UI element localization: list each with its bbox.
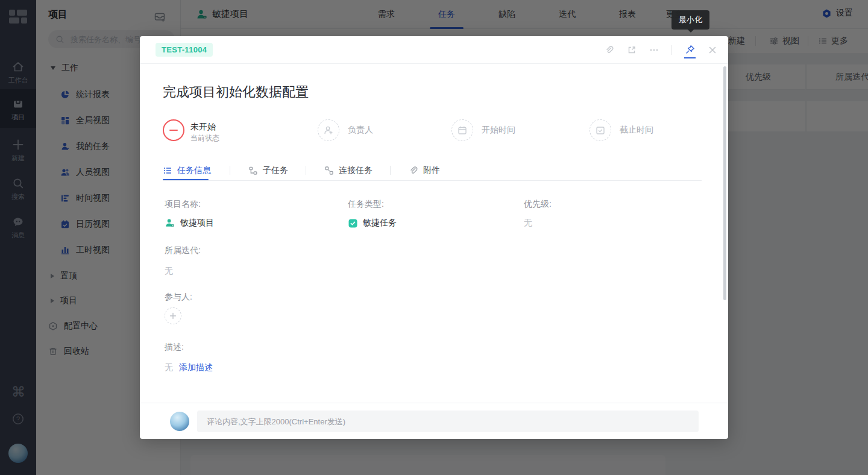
status-button[interactable] [163,119,184,141]
tab-label: 连接任务 [339,165,373,176]
tab-attachments[interactable]: 附件 [409,162,440,180]
field-label-type: 任务类型: [348,199,384,210]
task-info-icon [163,166,172,175]
task-detail-modal: TEST-11004 [140,36,728,439]
minimize-tooltip: 最小化 [671,10,709,30]
add-description-link[interactable]: 添加描述 [179,362,213,373]
description-empty-text: 无 [165,362,173,373]
tab-subtasks[interactable]: 子任务 [248,162,288,180]
paperclip-icon [605,45,614,55]
assignee-label: 负责人 [348,125,373,136]
tab-linked-tasks[interactable]: 连接任务 [324,162,373,180]
tab-label: 子任务 [263,165,288,176]
modal-active-tab-underline [163,179,209,180]
agile-task-icon [348,218,358,228]
status-minus-icon [169,130,178,131]
calendar-check-icon [595,125,606,136]
field-value-priority[interactable]: 无 [524,218,532,228]
tab-divider [390,166,391,175]
status-name: 未开始 [190,122,216,133]
copy-link-button[interactable] [605,45,614,55]
comment-input[interactable] [197,411,699,432]
modal-header: TEST-11004 [140,36,728,64]
modal-footer [140,403,728,439]
pin-underline [684,57,696,58]
field-value-project: 敏捷项目 [165,218,214,228]
tab-task-info[interactable]: 任务信息 [163,162,211,180]
assignee-setter[interactable]: 负责人 [318,119,373,141]
start-date-label: 开始时间 [482,125,515,136]
tabs-divider-line [163,180,702,181]
tab-divider [306,166,306,175]
task-title[interactable]: 完成项目初始化数据配置 [163,83,309,101]
status-caption: 当前状态 [190,133,219,143]
calendar-icon [457,125,468,136]
field-label-description: 描述: [165,342,184,353]
type-value-text: 敏捷任务 [363,218,397,228]
person-add-icon [323,125,334,136]
due-date-label: 截止时间 [620,125,653,136]
project-value-text: 敏捷项目 [180,218,214,228]
field-value-sprint[interactable]: 无 [165,266,173,277]
tab-label: 附件 [423,165,440,176]
field-label-sprint: 所属迭代: [165,245,201,256]
ellipsis-icon [649,45,659,55]
more-actions-button[interactable] [649,45,659,55]
project-type-icon [165,218,175,228]
plus-icon [169,312,177,319]
tab-divider [230,166,230,175]
start-date-circle [451,119,473,141]
due-date-setter[interactable]: 截止时间 [590,119,653,141]
modal-scrollbar-thumb[interactable] [723,66,726,300]
paperclip-icon [409,166,418,175]
subtask-tree-icon [248,166,258,175]
minimize-pin-button[interactable] [685,45,695,55]
share-external-icon [627,45,637,55]
field-label-project: 项目名称: [165,199,201,210]
tab-label: 任务信息 [177,165,211,176]
assignee-placeholder-circle [318,119,339,141]
start-date-setter[interactable]: 开始时间 [451,119,515,141]
field-value-description: 无 添加描述 [165,362,213,373]
pushpin-icon [685,45,695,55]
close-button[interactable] [708,45,717,55]
field-label-members: 参与人: [165,292,192,303]
app-root: 工作台 项目 新建 搜索 [0,0,868,475]
link-tasks-icon [324,166,334,175]
task-id-badge: TEST-11004 [156,43,213,57]
open-in-new-button[interactable] [627,45,637,55]
add-member-button[interactable] [165,307,181,324]
due-date-circle [590,119,611,141]
field-value-type: 敏捷任务 [348,218,397,228]
header-divider [671,45,672,55]
field-label-priority: 优先级: [524,199,552,210]
current-user-avatar [170,412,189,431]
close-icon [708,45,717,55]
modal-header-actions [605,45,717,55]
